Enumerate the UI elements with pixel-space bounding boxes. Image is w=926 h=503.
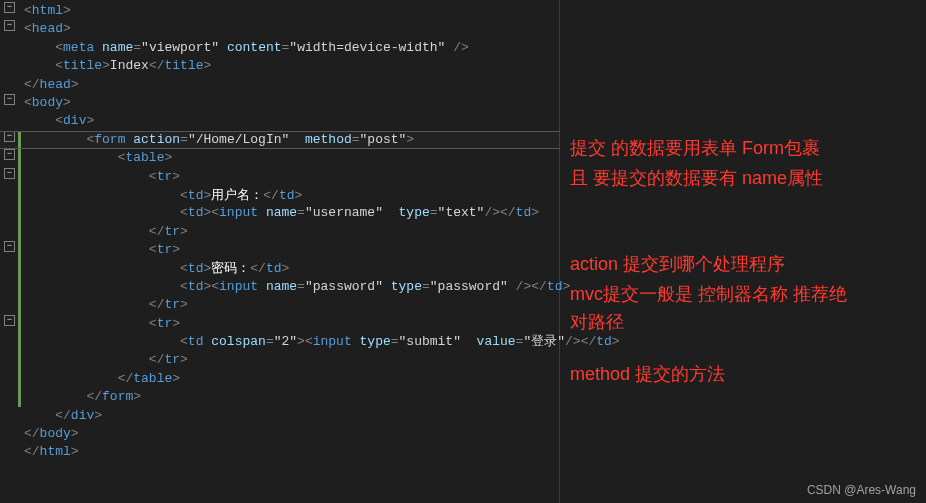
fold-minus-icon[interactable]: − bbox=[4, 94, 15, 105]
fold-minus-icon[interactable]: − bbox=[4, 20, 15, 31]
fold-minus-icon[interactable]: − bbox=[4, 2, 15, 13]
code-line[interactable]: <td>用户名：</td> bbox=[24, 186, 620, 204]
code-line[interactable]: </table> bbox=[24, 370, 620, 388]
code-line[interactable]: </div> bbox=[24, 407, 620, 425]
watermark: CSDN @Ares-Wang bbox=[807, 483, 916, 497]
code-line[interactable]: <tr> bbox=[24, 241, 620, 259]
code-line[interactable]: <td>密码：</td> bbox=[24, 259, 620, 277]
annotation-action: action 提交到哪个处理程序 bbox=[570, 250, 785, 278]
code-line[interactable]: </form> bbox=[24, 388, 620, 406]
code-line[interactable]: <tr> bbox=[24, 315, 620, 333]
change-bar bbox=[18, 131, 21, 407]
code-line[interactable]: </tr> bbox=[24, 223, 620, 241]
code-line[interactable]: </html> bbox=[24, 443, 620, 461]
code-line[interactable]: <form action="/Home/LogIn" method="post"… bbox=[24, 131, 620, 149]
code-area[interactable]: <html><head> <meta name="viewport" conte… bbox=[24, 2, 620, 462]
code-line[interactable]: </tr> bbox=[24, 351, 620, 369]
fold-minus-icon[interactable]: − bbox=[4, 168, 15, 179]
code-line[interactable]: <html> bbox=[24, 2, 620, 20]
fold-minus-icon[interactable]: − bbox=[4, 149, 15, 160]
annotation-mvc-1: mvc提交一般是 控制器名称 推荐绝 bbox=[570, 280, 847, 308]
code-line[interactable]: <td><input name="username" type="text"/>… bbox=[24, 204, 620, 222]
fold-minus-icon[interactable]: − bbox=[4, 315, 15, 326]
annotation-mvc-2: 对路径 bbox=[570, 308, 624, 336]
code-line[interactable]: </body> bbox=[24, 425, 620, 443]
code-line[interactable]: </head> bbox=[24, 76, 620, 94]
annotation-method: method 提交的方法 bbox=[570, 360, 725, 388]
fold-minus-icon[interactable]: − bbox=[4, 241, 15, 252]
code-line[interactable]: <div> bbox=[24, 112, 620, 130]
code-line[interactable]: <td colspan="2"><input type="submit" val… bbox=[24, 333, 620, 351]
annotation-form-wrap: 提交 的数据要用表单 Form包裹 bbox=[570, 134, 820, 162]
code-line[interactable]: <head> bbox=[24, 20, 620, 38]
code-line[interactable]: <tr> bbox=[24, 168, 620, 186]
code-line[interactable]: <table> bbox=[24, 149, 620, 167]
code-editor[interactable]: −−−−−−−− <html><head> <meta name="viewpo… bbox=[0, 0, 560, 503]
code-line[interactable]: <meta name="viewport" content="width=dev… bbox=[24, 39, 620, 57]
code-line[interactable]: </tr> bbox=[24, 296, 620, 314]
annotation-name-attr: 且 要提交的数据要有 name属性 bbox=[570, 164, 823, 192]
code-line[interactable]: <body> bbox=[24, 94, 620, 112]
code-line[interactable]: <title>Index</title> bbox=[24, 57, 620, 75]
code-line[interactable]: <td><input name="password" type="passwor… bbox=[24, 278, 620, 296]
